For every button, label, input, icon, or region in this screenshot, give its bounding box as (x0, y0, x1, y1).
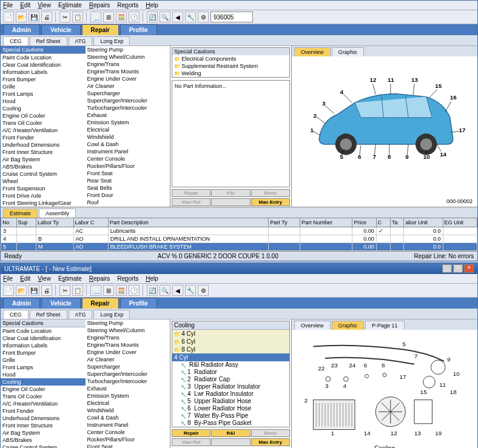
category-item[interactable]: Emission System (86, 392, 170, 400)
category-item[interactable]: Windshield (86, 133, 170, 141)
grid-header[interactable]: Part Ty (269, 218, 300, 227)
category-item[interactable]: Steering Pump (86, 319, 170, 327)
search-input[interactable] (210, 12, 253, 22)
category-item[interactable]: Trans Oil Cooler (1, 393, 86, 400)
category-item[interactable]: Engine/Trans (86, 334, 170, 341)
grid-header[interactable]: Part Number (300, 218, 352, 227)
grid-icon[interactable]: ⊞ (103, 12, 114, 22)
main-tab-profile[interactable]: Profile (120, 298, 157, 309)
category-item[interactable]: Engine/Trans (86, 61, 170, 68)
grid-row[interactable]: 5MAOBLEED/FLUSH BRAKE SYSTEM0.000.0 (1, 243, 477, 251)
category-item[interactable]: Turbocharger/Intercooler (86, 378, 170, 385)
estimate-tab[interactable]: Estimate (3, 209, 38, 218)
grid-row[interactable]: 4BAODRILL AND INSTALL ORNAMENTATION0.000… (1, 235, 477, 243)
selected-category[interactable]: 4 Cyl (172, 353, 289, 361)
main-tab-vehicle[interactable]: Vehicle (41, 298, 80, 309)
category-item[interactable]: Rocker/Pillars/Floor (86, 436, 170, 443)
category-item[interactable]: Engine Under Cover (86, 75, 170, 82)
minimize-button[interactable]: _ (442, 264, 452, 273)
menu-reports[interactable]: Reports (117, 2, 138, 8)
category-item[interactable]: Hood (1, 98, 86, 105)
category-item[interactable]: Electrical (86, 126, 170, 133)
category-item[interactable]: Front Seat (86, 170, 170, 177)
calc-icon[interactable]: 🧮 (116, 285, 127, 296)
category-item[interactable]: Cowl & Dash (86, 141, 170, 148)
category-item[interactable]: Seat Belts (86, 184, 170, 192)
back-icon[interactable]: ◀ (172, 285, 183, 296)
menu-file[interactable]: File (3, 275, 13, 282)
search-icon[interactable]: 🔍 (160, 285, 170, 296)
menu-help[interactable]: Help (146, 275, 158, 282)
category-item[interactable]: Cooling (1, 105, 86, 112)
menu-edit[interactable]: Edit (20, 2, 30, 8)
right-tab[interactable]: Graphic (332, 47, 365, 56)
new-icon[interactable]: 📄 (3, 285, 14, 296)
menu-view[interactable]: View (38, 2, 51, 8)
grid-header[interactable]: C (376, 218, 390, 227)
menu-repairs[interactable]: Repairs (89, 275, 110, 282)
grid-header[interactable]: Ta (390, 218, 403, 227)
caution-item[interactable]: Electrical Components (172, 55, 289, 62)
category-item[interactable]: Turbocharger/Intercooler (86, 104, 170, 112)
category-item[interactable]: Air Cleaner (86, 356, 170, 363)
category-item[interactable]: Information Labels (1, 342, 86, 349)
category-item[interactable]: Windshield (86, 407, 170, 414)
sub-tab[interactable]: Ref Sheet (30, 36, 67, 45)
action-button[interactable]: R&I (211, 189, 250, 197)
col1-header[interactable]: Special Cautions (1, 46, 86, 54)
category-item[interactable]: Engine Under Cover (86, 349, 170, 356)
category-item[interactable]: Underhood Dimensions (1, 415, 86, 422)
list-icon[interactable]: 📃 (90, 285, 101, 296)
category-item[interactable]: Paint Code Location (1, 54, 86, 61)
part-item[interactable]: 7 Water By-Pass Pipe (172, 412, 289, 420)
category-item[interactable]: Hood (1, 371, 86, 378)
action-button[interactable]: Man Entry (251, 438, 290, 446)
category-item[interactable]: Roof (86, 199, 170, 206)
action-button[interactable] (211, 198, 250, 206)
category-item[interactable]: Cooling (1, 378, 86, 386)
main-tab-admin[interactable]: Admin (3, 24, 40, 35)
category-item[interactable]: Air Cleaner (86, 82, 170, 90)
category-item[interactable]: Exhaust (86, 385, 170, 392)
category-item[interactable]: Grille (1, 356, 86, 364)
category-item[interactable]: Front Inner Structure (1, 422, 86, 429)
right-tab[interactable]: P-Page 11 (365, 321, 405, 330)
grid-header[interactable]: No (1, 218, 17, 227)
category-item[interactable]: Grille (1, 83, 86, 90)
category-item[interactable]: Wheel (1, 178, 86, 185)
print-icon[interactable]: 🖨 (41, 12, 52, 22)
category-item[interactable]: Cowl & Dash (86, 414, 170, 421)
category-item[interactable]: Rocker/Pillars/Floor (86, 162, 170, 170)
col1-header[interactable]: Special Cautions (1, 319, 86, 327)
category-item[interactable]: ABS/Brakes (1, 436, 86, 444)
category-item[interactable]: Underhood Dimensions (1, 141, 86, 149)
category-item[interactable]: Front Suspension (1, 185, 86, 192)
caution-item[interactable]: Welding (172, 70, 289, 77)
clock-icon[interactable]: 🕐 (129, 12, 140, 22)
new-icon[interactable]: 📄 (3, 12, 14, 22)
save-icon[interactable]: 💾 (29, 285, 39, 296)
action-button[interactable] (211, 438, 250, 446)
sub-tab[interactable]: Long Exp (93, 310, 130, 319)
category-item[interactable]: Steering Pump (86, 46, 170, 53)
tool2-icon[interactable]: ⚙ (198, 285, 209, 296)
maximize-button[interactable]: □ (453, 264, 463, 273)
part-item[interactable]: 3 Upper Radiator Insulator (172, 383, 289, 390)
category-item[interactable]: Center Console (86, 155, 170, 162)
action-button[interactable]: Blend (251, 429, 290, 437)
cut-icon[interactable]: ✂ (59, 285, 70, 296)
save-icon[interactable]: 💾 (29, 12, 39, 22)
category-item[interactable]: Front Lamps (1, 364, 86, 371)
part-item[interactable]: R&I Radiator Assy (172, 361, 289, 369)
estimate-tab[interactable]: Assembly (39, 209, 76, 218)
sub-tab[interactable]: Ref Sheet (30, 310, 67, 319)
sub-tab[interactable]: CEG (3, 36, 29, 45)
category-item[interactable]: Steering Wheel/Column (86, 53, 170, 61)
category-item[interactable]: Front Drive Axle (1, 192, 86, 199)
part-item[interactable]: 1 Radiator (172, 369, 289, 376)
back-icon[interactable]: ◀ (172, 12, 183, 22)
right-tab[interactable]: Graphic (332, 321, 365, 330)
open-icon[interactable]: 📂 (16, 12, 27, 22)
category-item[interactable]: Supercharger/Intercooler (86, 370, 170, 378)
category-item[interactable]: Air Bag System (1, 429, 86, 436)
